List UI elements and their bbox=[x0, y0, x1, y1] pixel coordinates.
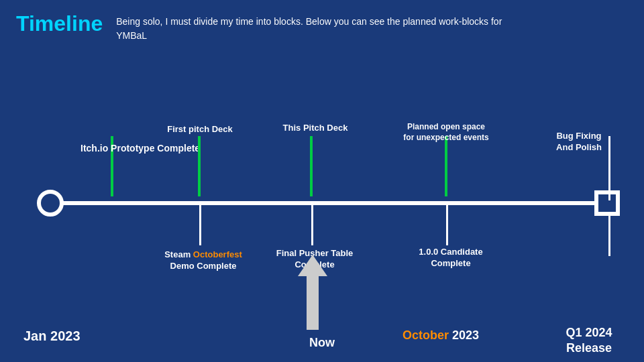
date-jan2023: Jan 2023 bbox=[23, 328, 80, 344]
tick-down-first-pitch bbox=[199, 205, 201, 245]
milestone-first-pitch bbox=[198, 136, 201, 196]
date-october: October 2023 bbox=[402, 328, 479, 343]
line-down-end bbox=[608, 216, 610, 256]
arrow-body bbox=[307, 276, 319, 330]
header: Timeline Being solo, I must divide my ti… bbox=[0, 0, 644, 43]
label-open-space-above: Planned open spacefor unexpected events bbox=[399, 122, 493, 143]
tick-up-first-pitch bbox=[198, 136, 201, 196]
milestone-open-space bbox=[445, 136, 447, 196]
label-itch-prototype: Itch.io Prototype Complete bbox=[80, 142, 148, 154]
timeline-line bbox=[40, 201, 617, 205]
label-first-pitch-above: First pitch Deck bbox=[160, 124, 240, 135]
tick-down-this-pitch bbox=[311, 205, 313, 245]
tick-up-this-pitch bbox=[310, 136, 313, 196]
milestone-this-pitch bbox=[310, 136, 313, 196]
tick-up-open-space bbox=[445, 136, 447, 196]
page-subtitle: Being solo, I must divide my time into b… bbox=[116, 12, 519, 43]
now-label: Now bbox=[302, 335, 342, 351]
label-first-pitch-below: Steam OctoberfestDemo Complete bbox=[160, 249, 247, 272]
label-this-pitch-above: This Pitch Deck bbox=[275, 123, 356, 134]
page-title: Timeline bbox=[16, 12, 103, 36]
now-arrow bbox=[298, 255, 327, 330]
arrow-head bbox=[298, 255, 327, 276]
tick-down-open-space bbox=[446, 205, 448, 245]
start-circle bbox=[37, 190, 64, 217]
line-up-end bbox=[608, 136, 610, 200]
label-open-space-below: 1.0.0 CandidateComplete bbox=[407, 247, 494, 269]
label-bug-fixing-above: Bug FixingAnd Polish bbox=[539, 131, 619, 154]
end-square bbox=[594, 190, 620, 216]
timeline-area: Itch.io Prototype Complete First pitch D… bbox=[0, 67, 644, 362]
label-q1-2024: Q1 2024Release bbox=[549, 325, 629, 357]
